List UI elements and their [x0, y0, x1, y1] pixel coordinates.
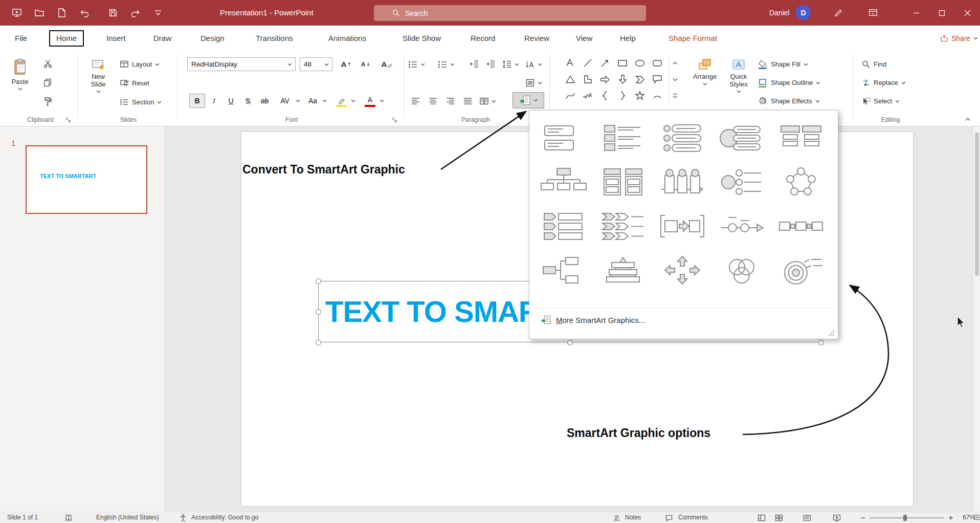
tab-help[interactable]: Help	[619, 26, 637, 51]
quick-styles-button[interactable]: Quick Styles	[722, 53, 755, 113]
numbering-button[interactable]	[438, 57, 455, 71]
bold-button[interactable]: B	[189, 94, 205, 108]
new-file-icon[interactable]	[55, 6, 69, 19]
smartart-layout-hierarchy[interactable]	[537, 251, 591, 290]
font-size-combo[interactable]: 48	[300, 57, 332, 71]
smartart-layout-vertical-box-list[interactable]	[596, 119, 650, 158]
smartart-layout-vertical-bullet-list[interactable]	[655, 119, 709, 158]
shrink-font-button[interactable]: A	[357, 57, 374, 71]
clear-formatting-button[interactable]: A	[378, 57, 396, 71]
bullets-button[interactable]	[408, 57, 425, 71]
reading-view-icon[interactable]	[803, 514, 811, 522]
justify-button[interactable]	[460, 94, 475, 108]
copy-button[interactable]	[41, 76, 54, 89]
section-button[interactable]: Section	[120, 95, 162, 109]
text-direction-button[interactable]	[526, 57, 542, 71]
smartart-layout-vertical-accent-list[interactable]	[537, 207, 591, 246]
tab-review[interactable]: Review	[523, 26, 550, 51]
smartart-layout-lined-list[interactable]	[715, 119, 769, 158]
undo-icon[interactable]	[77, 6, 96, 19]
notes-icon[interactable]	[613, 514, 621, 522]
tab-animations[interactable]: Animations	[327, 26, 367, 51]
convert-to-smartart-button[interactable]	[513, 92, 544, 108]
font-name-combo[interactable]: RedHatDisplay	[187, 57, 296, 71]
slide-thumbnail[interactable]: TEXT TO SMARTART	[26, 145, 147, 214]
shape-star-button[interactable]	[632, 88, 648, 103]
shape-chevron-button[interactable]	[632, 72, 648, 87]
align-right-button[interactable]	[443, 94, 457, 108]
slide-sorter-view-icon[interactable]	[775, 514, 783, 522]
font-color-button[interactable]: A	[362, 94, 378, 108]
character-spacing-button[interactable]: AV	[276, 94, 294, 108]
clipboard-dialog-launcher[interactable]	[64, 116, 72, 123]
highlight-color-dropdown[interactable]	[350, 97, 356, 104]
text-shadow-button[interactable]: S	[240, 94, 256, 108]
shape-callout-button[interactable]	[650, 72, 665, 87]
align-left-button[interactable]	[408, 94, 422, 108]
avatar[interactable]: D	[796, 5, 811, 20]
share-button[interactable]: Share	[940, 26, 978, 51]
reset-button[interactable]: Reset	[120, 76, 149, 90]
shape-down-arrow-button[interactable]	[615, 72, 630, 87]
zoom-in-button[interactable]	[948, 515, 953, 520]
smartart-layout-target[interactable]	[774, 251, 828, 290]
spell-check-icon[interactable]	[64, 514, 73, 522]
underline-button[interactable]: U	[223, 94, 239, 108]
smartart-layout-stacked-list[interactable]	[596, 163, 650, 202]
shape-arrow-button[interactable]	[597, 55, 613, 71]
resize-grip-icon[interactable]	[828, 330, 835, 337]
selection-handle-bottom-right[interactable]	[818, 340, 824, 345]
selection-handle-bottom-center[interactable]	[567, 340, 573, 345]
comments-button[interactable]: Comments	[678, 512, 708, 523]
redo-icon[interactable]	[129, 6, 142, 19]
shapes-scroll-down-button[interactable]	[669, 72, 680, 87]
shape-l-shape-button[interactable]	[580, 72, 595, 87]
character-spacing-dropdown[interactable]	[295, 97, 301, 104]
change-case-dropdown[interactable]	[321, 97, 327, 104]
replace-button[interactable]: Replace	[861, 76, 906, 90]
minimize-button[interactable]	[903, 0, 929, 26]
tab-transitions[interactable]: Transitions	[255, 26, 294, 51]
shape-fill-button[interactable]: Shape Fill	[758, 57, 808, 71]
shape-line-button[interactable]	[580, 55, 595, 71]
shape-effects-button[interactable]: Shape Effects	[758, 94, 820, 108]
shape-scribble-button[interactable]	[580, 88, 595, 103]
italic-button[interactable]: I	[206, 94, 222, 108]
shape-rectangle-button[interactable]	[615, 55, 630, 71]
start-slideshow-icon[interactable]	[10, 6, 24, 19]
cut-button[interactable]	[41, 57, 54, 70]
selection-handle-middle-left[interactable]	[316, 309, 321, 315]
strikethrough-button[interactable]: ab	[257, 94, 273, 108]
normal-view-icon[interactable]	[758, 514, 766, 522]
smartart-layout-timeline[interactable]	[715, 207, 769, 246]
highlight-color-button[interactable]	[333, 94, 349, 108]
align-text-button[interactable]	[526, 76, 542, 90]
shape-right-brace-button[interactable]	[615, 88, 630, 103]
zoom-out-button[interactable]	[860, 515, 865, 520]
close-button[interactable]	[954, 0, 980, 26]
smartart-layout-matrix[interactable]	[655, 251, 709, 290]
smartart-layout-pyramid-list[interactable]	[596, 251, 650, 290]
smartart-layout-basic-venn[interactable]	[715, 251, 769, 290]
open-icon[interactable]	[33, 6, 46, 19]
tab-file[interactable]: File	[14, 26, 28, 51]
tab-record[interactable]: Record	[470, 26, 496, 51]
ink-pen-icon[interactable]	[832, 6, 845, 19]
tab-design[interactable]: Design	[199, 26, 226, 51]
tab-view[interactable]: View	[575, 26, 593, 51]
tab-slide-show[interactable]: Slide Show	[402, 26, 442, 51]
more-smartart-graphics-item[interactable]: More SmartArt Graphics...	[529, 311, 838, 329]
shape-left-brace-button[interactable]	[597, 88, 613, 103]
shape-arc-button[interactable]	[650, 88, 665, 103]
grow-font-button[interactable]: A	[338, 57, 355, 71]
paste-button[interactable]: Paste	[6, 53, 34, 113]
customize-quick-access-icon[interactable]	[151, 6, 165, 19]
collapse-ribbon-button[interactable]	[962, 115, 974, 124]
find-button[interactable]: Find	[861, 57, 886, 71]
font-color-dropdown[interactable]	[378, 97, 385, 104]
arrange-button[interactable]: Arrange	[689, 53, 720, 113]
increase-indent-button[interactable]	[484, 57, 497, 71]
maximize-button[interactable]	[929, 0, 954, 26]
tab-draw[interactable]: Draw	[152, 26, 172, 51]
shape-oval-button[interactable]	[632, 55, 648, 71]
